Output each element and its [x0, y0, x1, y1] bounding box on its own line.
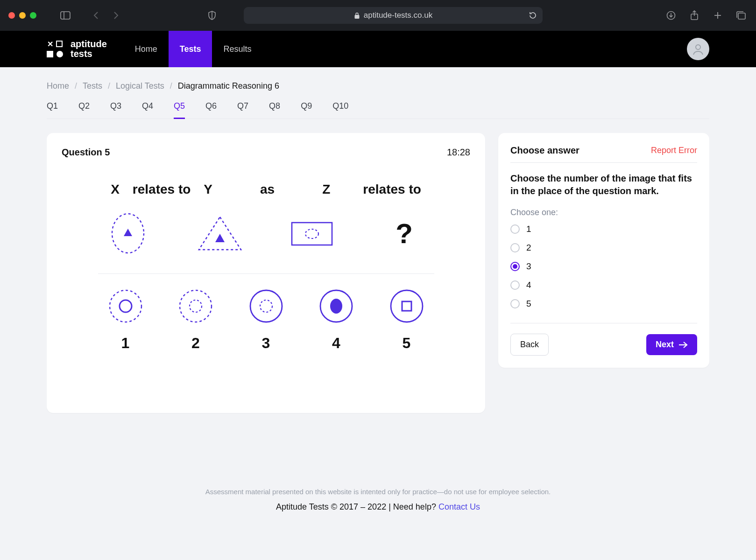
- svg-point-21: [190, 300, 202, 312]
- option-2-icon: [176, 286, 216, 326]
- radio-label: 1: [526, 224, 531, 234]
- reload-icon[interactable]: [529, 11, 537, 20]
- option-5-icon: [387, 286, 427, 326]
- report-error-link[interactable]: Report Error: [651, 146, 697, 155]
- radio-option-3[interactable]: 3: [510, 261, 697, 272]
- tab-q4[interactable]: Q4: [142, 101, 153, 119]
- option-number: 4: [332, 335, 340, 352]
- analogy-labels: X relates to Y as Z relates to: [98, 182, 434, 197]
- breadcrumb: Home / Tests / Logical Tests / Diagramma…: [47, 81, 709, 91]
- contact-link[interactable]: Contact Us: [438, 502, 480, 511]
- url-text: aptitude-tests.co.uk: [364, 11, 432, 20]
- svg-point-19: [120, 300, 132, 312]
- nav-tests[interactable]: Tests: [169, 31, 212, 67]
- lock-icon: [354, 12, 360, 19]
- breadcrumb-sep: /: [108, 81, 110, 91]
- close-window-icon[interactable]: [8, 12, 15, 19]
- next-button[interactable]: Next: [646, 334, 697, 355]
- option-number: 3: [262, 335, 270, 352]
- svg-point-17: [305, 229, 318, 238]
- minimize-window-icon[interactable]: [19, 12, 26, 19]
- browser-chrome: aptitude-tests.co.uk: [0, 0, 756, 31]
- user-icon: [692, 42, 705, 56]
- tabs-overview-icon[interactable]: [735, 9, 748, 22]
- nav-home[interactable]: Home: [124, 31, 169, 67]
- arrow-right-icon: [678, 341, 688, 349]
- fullscreen-window-icon[interactable]: [30, 12, 36, 19]
- logo[interactable]: ✕ aptitude tests: [46, 39, 107, 59]
- breadcrumb-logical[interactable]: Logical Tests: [116, 81, 164, 91]
- tab-q10[interactable]: Q10: [332, 101, 348, 119]
- label-relates-1: relates to: [133, 182, 191, 197]
- analogy-area: X relates to Y as Z relates to: [98, 182, 434, 352]
- choose-one-label: Choose one:: [510, 208, 697, 217]
- answer-prompt: Choose the number of the image that fits…: [510, 172, 697, 197]
- shield-icon[interactable]: [205, 9, 219, 22]
- sidebar-toggle-icon[interactable]: [59, 9, 72, 22]
- radio-icon: [510, 280, 520, 290]
- radio-label: 3: [526, 261, 531, 272]
- logo-text-line2: tests: [71, 49, 107, 59]
- breadcrumb-sep: /: [170, 81, 172, 91]
- tab-q7[interactable]: Q7: [237, 101, 248, 119]
- svg-point-20: [180, 290, 212, 322]
- option-figure-2: 2: [170, 286, 221, 352]
- svg-rect-27: [402, 301, 411, 311]
- figure-x-icon: [100, 210, 156, 257]
- breadcrumb-home[interactable]: Home: [47, 81, 69, 91]
- back-icon[interactable]: [90, 9, 103, 22]
- app-header: ✕ aptitude tests Home Tests Results: [0, 31, 756, 67]
- new-tab-icon[interactable]: [711, 9, 724, 22]
- svg-rect-3: [354, 15, 359, 19]
- radio-option-2[interactable]: 2: [510, 243, 697, 253]
- back-button[interactable]: Back: [510, 334, 549, 356]
- svg-rect-16: [292, 223, 332, 245]
- tab-q1[interactable]: Q1: [47, 101, 58, 119]
- radio-icon: [510, 262, 520, 271]
- divider: [98, 273, 434, 274]
- option-figure-5: 5: [381, 286, 432, 352]
- tab-q8[interactable]: Q8: [269, 101, 280, 119]
- forward-icon[interactable]: [109, 9, 122, 22]
- radio-option-1[interactable]: 1: [510, 224, 697, 234]
- footer-disclaimer: Assessment material presented on this we…: [47, 488, 709, 496]
- svg-rect-0: [61, 12, 70, 19]
- option-figure-3: 3: [240, 286, 292, 352]
- svg-point-11: [696, 45, 700, 49]
- figure-question-mark-icon: ?: [376, 217, 432, 250]
- svg-point-25: [330, 299, 342, 314]
- svg-marker-14: [199, 217, 241, 250]
- footer-copyright: Aptitude Tests © 2017 – 2022 | Need help…: [47, 502, 709, 512]
- option-1-icon: [106, 286, 146, 326]
- answer-header: Choose answer: [510, 145, 579, 156]
- tab-q5[interactable]: Q5: [174, 101, 185, 119]
- nav-results[interactable]: Results: [212, 31, 262, 67]
- svg-point-22: [250, 290, 282, 322]
- tab-q6[interactable]: Q6: [205, 101, 217, 119]
- label-z: Z: [322, 182, 330, 197]
- breadcrumb-tests[interactable]: Tests: [83, 81, 102, 91]
- next-button-label: Next: [656, 340, 674, 350]
- svg-marker-13: [124, 229, 132, 236]
- question-tabs: Q1 Q2 Q3 Q4 Q5 Q6 Q7 Q8 Q9 Q10: [47, 101, 709, 119]
- url-bar[interactable]: aptitude-tests.co.uk: [244, 7, 543, 24]
- share-icon[interactable]: [688, 9, 701, 22]
- footer-copy-text: Aptitude Tests © 2017 – 2022 | Need help…: [276, 502, 438, 511]
- radio-icon: [510, 243, 520, 252]
- page: Home / Tests / Logical Tests / Diagramma…: [0, 67, 756, 560]
- option-figure-1: 1: [100, 286, 151, 352]
- tab-q9[interactable]: Q9: [301, 101, 312, 119]
- radio-option-4[interactable]: 4: [510, 280, 697, 290]
- avatar[interactable]: [687, 38, 709, 60]
- question-title: Question 5: [62, 147, 110, 158]
- svg-marker-15: [215, 234, 225, 242]
- radio-option-5[interactable]: 5: [510, 299, 697, 309]
- downloads-icon[interactable]: [664, 9, 678, 22]
- label-y: Y: [204, 182, 212, 197]
- tab-q3[interactable]: Q3: [110, 101, 121, 119]
- option-number: 5: [403, 335, 411, 352]
- window-controls: [8, 12, 36, 19]
- label-as: as: [260, 182, 275, 197]
- question-card: Question 5 18:28 X relates to Y as Z rel…: [47, 133, 485, 413]
- tab-q2[interactable]: Q2: [78, 101, 90, 119]
